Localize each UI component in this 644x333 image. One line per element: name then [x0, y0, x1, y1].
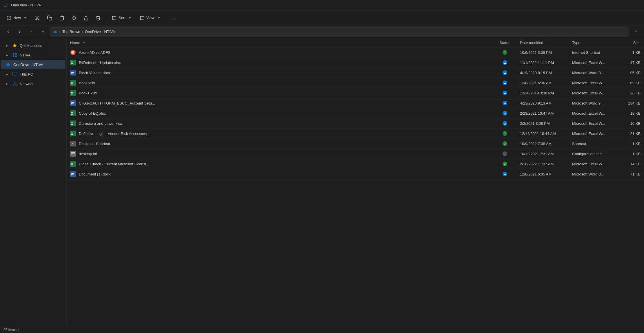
path-part-1[interactable]: Ted Brown [62, 30, 80, 34]
table-row[interactable]: X Digital Check - Current Microsoft Lice… [67, 159, 644, 169]
table-row[interactable]: W Document (1).docx ☁ 12/8/2021 6:35 AM … [67, 169, 644, 179]
file-name-cell-4: X Book1.xlsx [67, 88, 493, 98]
col-header-date[interactable]: Date modified [516, 38, 569, 47]
move-button[interactable] [68, 13, 79, 23]
table-row[interactable]: X Definitive Logic - Vendor Risk Assessm… [67, 129, 644, 139]
onedrive-title-icon [3, 3, 9, 8]
sort-dropdown-icon [127, 15, 132, 21]
svg-rect-6 [61, 16, 63, 17]
table-row[interactable]: X Copy of EQ.xlsx ☁ 2/23/2021 10:47 AM M… [67, 108, 644, 118]
file-name-text: Azure AD vs ADFS [79, 50, 110, 55]
table-row[interactable]: W CHARGAUTH FORM_BSCC_Account Setu... ☁ … [67, 98, 644, 108]
new-button[interactable]: New [3, 14, 31, 22]
sidebar: ▶ Quick access ▶ NTIVA OneDrive - NTIVA [0, 38, 67, 326]
cut-button[interactable] [32, 13, 43, 23]
table-row[interactable]: ↗ Desktop - Shortcut ✓ 10/9/2022 7:08 AM… [67, 139, 644, 149]
toolbar: New [0, 10, 644, 25]
svg-point-22 [14, 82, 15, 83]
history-icon [30, 30, 33, 34]
svg-text:X: X [71, 92, 73, 95]
network-icon [12, 81, 17, 86]
file-date-cell-3: 12/8/2021 6:36 AM [516, 78, 569, 88]
svg-text:W: W [71, 173, 74, 176]
file-size-cell-11: 14 KB [621, 159, 644, 169]
share-icon [83, 15, 89, 21]
table-row[interactable]: X Book1.xlsx ☁ 12/20/2019 3:38 PM Micros… [67, 88, 644, 98]
table-row[interactable]: W Block Volume.docx ☁ 4/19/2020 8:15 PM … [67, 68, 644, 78]
star-icon [12, 43, 17, 48]
file-name-cell-11: X Digital Check - Current Microsoft Lice… [67, 159, 493, 169]
table-row[interactable]: X Book.xlsx ☁ 12/8/2021 6:36 AM Microsof… [67, 78, 644, 88]
file-status-cell-1: ☁ [493, 58, 516, 68]
col-header-name[interactable]: Name [67, 38, 493, 47]
path-part-2[interactable]: OneDrive - NTIVA [85, 30, 115, 34]
file-size-cell-4: 26 KB [621, 88, 644, 98]
file-size-cell-5: 134 KB [621, 98, 644, 108]
col-header-size[interactable]: Size [621, 38, 644, 47]
table-row[interactable]: desktop.ini — 10/12/2021 7:31 AM Configu… [67, 149, 644, 159]
status-cloud: ☁ [503, 70, 507, 75]
svg-rect-17 [13, 53, 14, 54]
address-expand-button[interactable] [631, 27, 641, 36]
file-status-cell-12: ☁ [493, 169, 516, 179]
file-name-cell-10: desktop.ini [67, 149, 493, 159]
move-icon [71, 15, 77, 21]
svg-text:X: X [71, 61, 73, 65]
back-button[interactable] [3, 27, 13, 36]
table-row[interactable]: X BitDefender-Updater.xlsx ☁ 11/1/2022 1… [67, 58, 644, 68]
table-row[interactable]: IE Azure AD vs ADFS ✓ 10/6/2021 3:08 PM … [67, 47, 644, 58]
address-path-container[interactable]: › Ted Brown › OneDrive - NTIVA [50, 27, 629, 36]
file-status-cell-7: ☁ [493, 118, 516, 129]
file-type-cell-3: Microsoft Excel W... [569, 78, 621, 88]
up-button[interactable] [38, 27, 48, 36]
file-type-cell-8: Microsoft Excel W... [569, 129, 621, 139]
file-icon-6: X [70, 110, 76, 116]
quick-access-arrow: ▶ [6, 44, 10, 47]
file-name-text: Desktop - Shortcut [79, 142, 110, 146]
table-row[interactable]: X Coresite u and power.xlsx ☁ 2/2/2021 3… [67, 118, 644, 129]
history-button[interactable] [27, 27, 36, 36]
file-name-text: Document (1).docx [79, 172, 111, 176]
svg-rect-13 [140, 16, 141, 17]
more-button[interactable]: ... [169, 14, 178, 22]
view-button[interactable]: View [137, 14, 164, 22]
file-status-cell-2: ☁ [493, 68, 516, 78]
file-table: Name Status Date modified Type Size [67, 38, 644, 179]
sidebar-item-network[interactable]: ▶ Network [1, 79, 65, 88]
status-cloud: ☁ [503, 91, 507, 95]
file-status-cell-11: ✓ [493, 159, 516, 169]
forward-button[interactable] [15, 27, 24, 36]
status-synced: ✓ [503, 162, 507, 166]
share-button[interactable] [81, 13, 92, 23]
path-separator-1: › [59, 30, 61, 34]
address-expand-icon [634, 30, 638, 34]
paste-button[interactable] [56, 13, 67, 23]
svg-text:X: X [71, 132, 73, 136]
sidebar-label-this-pc: This PC [20, 72, 33, 76]
col-header-status[interactable]: Status [493, 38, 516, 47]
delete-icon [96, 15, 101, 21]
svg-text:W: W [71, 102, 74, 105]
file-type-cell-12: Microsoft Word D... [569, 169, 621, 179]
sort-icon [112, 15, 117, 21]
sidebar-item-ntiva[interactable]: ▶ NTIVA [1, 50, 65, 60]
sidebar-label-ntiva: NTIVA [20, 53, 30, 57]
file-icon-9: ↗ [70, 141, 76, 147]
address-bar: › Ted Brown › OneDrive - NTIVA [0, 25, 644, 38]
delete-button[interactable] [93, 13, 104, 23]
file-status-cell-0: ✓ [493, 47, 516, 58]
svg-point-3 [36, 19, 37, 20]
new-icon [6, 15, 12, 21]
sidebar-item-quick-access[interactable]: ▶ Quick access [1, 41, 65, 50]
sidebar-item-this-pc[interactable]: ▶ This PC [1, 69, 65, 79]
copy-button[interactable] [44, 13, 55, 23]
file-date-cell-6: 2/23/2021 10:47 AM [516, 108, 569, 118]
status-cloud: ☁ [503, 60, 507, 65]
file-name-text: Definitive Logic - Vendor Risk Assessmen… [79, 131, 152, 136]
file-size-cell-1: 47 KB [621, 58, 644, 68]
col-header-type[interactable]: Type [569, 38, 621, 47]
file-icon-8: X [70, 131, 76, 136]
sort-button[interactable]: Sort [109, 14, 135, 22]
sidebar-item-onedrive-ntiva[interactable]: OneDrive - NTIVA [1, 60, 65, 69]
file-type-cell-5: Microsoft Word 9... [569, 98, 621, 108]
